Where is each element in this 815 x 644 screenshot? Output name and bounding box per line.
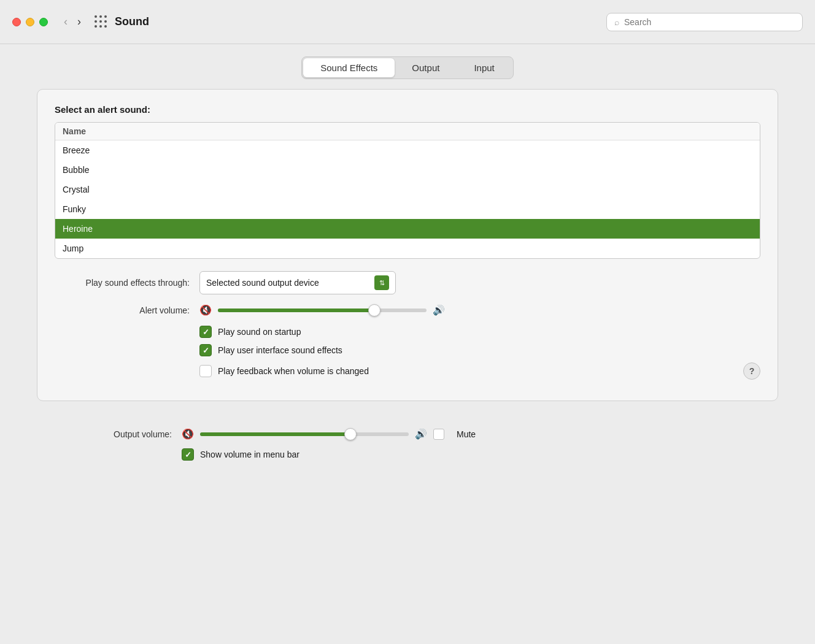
show-volume-row: ✓ Show volume in menu bar — [37, 448, 778, 461]
content-area: Sound Effects Output Input Select an ale… — [0, 44, 815, 413]
search-bar[interactable]: ⌕ — [606, 13, 803, 31]
checkmark-icon: ✓ — [203, 346, 209, 355]
startup-checkbox[interactable]: ✓ — [199, 326, 212, 338]
app-grid-icon[interactable] — [95, 15, 107, 28]
alert-volume-row: Alert volume: 🔇 🔊 — [55, 304, 760, 316]
output-volume-row: Output volume: 🔇 🔊 Mute — [37, 428, 778, 440]
list-item[interactable]: Funky — [55, 199, 760, 219]
alert-volume-label: Alert volume: — [55, 305, 190, 315]
output-volume-low-icon: 🔇 — [182, 428, 194, 440]
show-volume-checkbox[interactable]: ✓ — [182, 448, 194, 461]
tabs: Sound Effects Output Input — [301, 56, 514, 79]
sound-list: Name Breeze Bubble Crystal Funky Heroine… — [55, 122, 760, 259]
mute-checkbox[interactable] — [433, 429, 444, 440]
list-item[interactable]: Breeze — [55, 140, 760, 160]
window-title: Sound — [115, 15, 606, 28]
sound-list-header: Name — [55, 123, 760, 140]
output-volume-thumb[interactable] — [344, 428, 357, 440]
checkbox-ui-row: ✓ Play user interface sound effects — [55, 344, 760, 356]
output-device-dropdown[interactable]: Selected sound output device ⇅ — [199, 271, 396, 294]
tab-output[interactable]: Output — [395, 58, 457, 77]
list-item[interactable]: Bubble — [55, 160, 760, 180]
volume-low-icon: 🔇 — [199, 304, 212, 316]
alert-volume-track[interactable] — [218, 309, 427, 312]
dropdown-arrows-icon: ⇅ — [374, 275, 389, 290]
help-button[interactable]: ? — [743, 362, 760, 380]
list-item[interactable]: Crystal — [55, 180, 760, 199]
search-input[interactable] — [624, 17, 795, 27]
output-volume-label: Output volume: — [37, 429, 172, 439]
forward-arrow-icon: › — [77, 15, 81, 28]
checkbox-feedback-row: Play feedback when volume is changed ? — [55, 362, 760, 380]
startup-label: Play sound on startup — [218, 327, 301, 337]
checkmark-icon: ✓ — [185, 450, 191, 459]
list-item[interactable]: Jump — [55, 239, 760, 258]
output-volume-track[interactable] — [200, 432, 409, 436]
tabs-container: Sound Effects Output Input — [37, 56, 778, 79]
dropdown-value: Selected sound output device — [206, 278, 319, 288]
mute-label: Mute — [457, 429, 476, 439]
ui-sounds-label: Play user interface sound effects — [218, 345, 342, 355]
ui-sounds-checkbox[interactable]: ✓ — [199, 344, 212, 356]
play-through-label: Play sound effects through: — [55, 278, 190, 288]
nav-buttons: ‹ › — [60, 14, 85, 29]
back-button[interactable]: ‹ — [60, 14, 71, 29]
volume-high-icon: 🔊 — [433, 304, 445, 316]
back-arrow-icon: ‹ — [64, 15, 68, 28]
alert-volume-thumb[interactable] — [368, 304, 380, 316]
output-volume-high-icon: 🔊 — [415, 428, 427, 440]
show-volume-label: Show volume in menu bar — [200, 450, 299, 459]
list-item-selected[interactable]: Heroine — [55, 219, 760, 239]
tab-sound-effects[interactable]: Sound Effects — [303, 58, 395, 77]
close-button[interactable] — [12, 18, 21, 26]
alert-volume-slider-container: 🔇 🔊 — [199, 304, 445, 316]
minimize-button[interactable] — [26, 18, 34, 26]
output-volume-fill — [200, 432, 350, 436]
traffic-lights — [12, 18, 48, 26]
feedback-label: Play feedback when volume is changed — [218, 366, 369, 376]
main-panel: Select an alert sound: Name Breeze Bubbl… — [37, 89, 778, 401]
play-through-row: Play sound effects through: Selected sou… — [55, 271, 760, 294]
bottom-section: Output volume: 🔇 🔊 Mute ✓ Show volume in… — [0, 413, 815, 479]
checkmark-icon: ✓ — [203, 328, 209, 337]
alert-sound-label: Select an alert sound: — [55, 104, 760, 115]
output-volume-slider-container: 🔇 🔊 Mute — [182, 428, 476, 440]
checkbox-startup-row: ✓ Play sound on startup — [55, 326, 760, 338]
tab-input[interactable]: Input — [457, 58, 511, 77]
forward-button[interactable]: › — [74, 14, 85, 29]
titlebar: ‹ › Sound ⌕ — [0, 0, 815, 44]
alert-volume-fill — [218, 309, 374, 312]
search-icon: ⌕ — [614, 17, 619, 27]
feedback-checkbox[interactable] — [199, 365, 212, 377]
fullscreen-button[interactable] — [39, 18, 48, 26]
help-icon: ? — [749, 366, 755, 376]
